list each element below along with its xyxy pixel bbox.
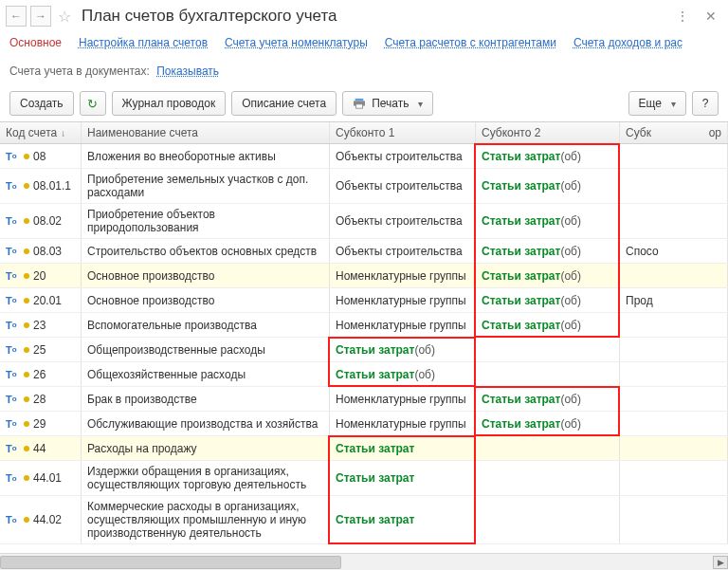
table-row[interactable]: To 26Общехозяйственные расходыСтатьи зат… — [0, 362, 728, 387]
account-description-button[interactable]: Описание счета — [231, 91, 337, 116]
cell-code: To 20.01 — [0, 288, 82, 312]
column-header-name[interactable]: Наименование счета — [82, 122, 330, 143]
ob-suffix: (об) — [560, 269, 581, 283]
column-header-subkonto2[interactable]: Субконто 2 — [476, 122, 620, 143]
cell-name: Общепроизводственные расходы — [82, 338, 330, 361]
journal-button[interactable]: Журнал проводок — [112, 91, 227, 116]
cost-items-label: Статьи затрат — [482, 179, 560, 193]
ob-suffix: (об) — [560, 393, 581, 406]
doc-accounts-show-link[interactable]: Показывать — [156, 64, 219, 78]
table-row[interactable]: To 28Брак в производствеНоменклатурные г… — [0, 387, 728, 412]
cell-subkonto1: Статьи затрат (об) — [330, 362, 476, 386]
nav-forward-button[interactable]: → — [30, 6, 51, 27]
print-button[interactable]: Печать▾ — [342, 91, 433, 116]
scroll-right-arrow[interactable]: ▶ — [713, 556, 728, 569]
cost-items-label: Статьи затрат — [482, 319, 560, 332]
cell-subkonto3 — [620, 412, 728, 435]
cost-items-label: Статьи затрат — [336, 368, 414, 381]
cell-subkonto3 — [620, 338, 728, 361]
cell-name: Брак в производстве — [82, 387, 330, 411]
favorite-star-icon[interactable]: ☆ — [55, 8, 74, 26]
cost-items-label: Статьи затрат — [482, 294, 560, 307]
cell-name: Вспомогательные производства — [82, 313, 330, 337]
more-button[interactable]: Еще▾ — [628, 91, 686, 116]
account-type-icon: To — [6, 180, 19, 192]
cell-name: Издержки обращения в организациях, осуще… — [82, 461, 330, 495]
cell-subkonto3 — [620, 169, 728, 203]
refresh-button[interactable]: ↻ — [80, 91, 106, 116]
cell-subkonto2: Статьи затрат (об) — [476, 204, 620, 238]
account-type-icon: To — [6, 369, 19, 380]
ob-suffix: (об) — [560, 294, 581, 307]
cost-items-label: Статьи затрат — [482, 245, 560, 258]
table-row[interactable]: To 44.01Издержки обращения в организация… — [0, 461, 728, 496]
tab-accounts-counterparties[interactable]: Счета расчетов с контрагентами — [385, 36, 556, 49]
ob-suffix: (об) — [414, 368, 435, 381]
account-type-icon: To — [6, 394, 19, 405]
table-row[interactable]: To 29Обслуживающие производства и хозяйс… — [0, 412, 728, 436]
table-row[interactable]: To 25Общепроизводственные расходыСтатьи … — [0, 338, 728, 362]
status-dot-icon — [24, 517, 29, 523]
cell-code: To 44.02 — [0, 496, 82, 543]
cell-code: To 44.01 — [0, 461, 82, 495]
status-dot-icon — [24, 273, 29, 279]
column-header-subkonto1[interactable]: Субконто 1 — [330, 122, 476, 143]
status-dot-icon — [24, 154, 29, 159]
cell-subkonto1: Статьи затрат — [330, 461, 476, 495]
close-icon[interactable]: ✕ — [700, 9, 722, 24]
cell-subkonto1: Номенклатурные группы — [330, 288, 476, 312]
tab-accounts-income[interactable]: Счета доходов и рас — [573, 36, 682, 49]
cost-items-label: Статьи затрат — [482, 214, 560, 228]
cell-subkonto3: Прод — [620, 288, 728, 312]
cell-subkonto1: Объекты строительства — [330, 204, 476, 238]
cell-code: To 20 — [0, 264, 82, 287]
cell-subkonto3 — [620, 461, 728, 495]
column-header-code[interactable]: Код счета ↓ — [0, 122, 82, 143]
scrollbar-thumb[interactable] — [0, 556, 341, 569]
table-row[interactable]: To 23Вспомогательные производстваНоменкл… — [0, 313, 728, 338]
table-row[interactable]: To 08.02Приобретение объектов природопол… — [0, 204, 728, 239]
help-button[interactable]: ? — [692, 91, 719, 116]
create-button[interactable]: Создать — [9, 91, 74, 116]
status-dot-icon — [24, 372, 29, 377]
table-row[interactable]: To 44.02Коммерческие расходы в организац… — [0, 496, 728, 544]
cell-subkonto2 — [476, 436, 620, 460]
cell-subkonto2: Статьи затрат (об) — [476, 169, 620, 203]
cell-subkonto3 — [620, 264, 728, 287]
account-type-icon: To — [6, 320, 19, 331]
tab-main[interactable]: Основное — [9, 36, 62, 49]
tab-plan-settings[interactable]: Настройка плана счетов — [79, 36, 208, 49]
account-type-icon: To — [6, 443, 19, 454]
horizontal-scrollbar[interactable]: ▶ — [0, 553, 728, 570]
cell-code: To 08.03 — [0, 239, 82, 263]
cell-name: Основное производство — [82, 264, 330, 287]
cost-items-label: Статьи затрат — [482, 393, 560, 406]
cell-subkonto2 — [476, 461, 620, 495]
more-menu-icon[interactable]: ⋮ — [670, 9, 696, 24]
cell-code: To 08.01.1 — [0, 169, 82, 203]
account-type-icon: To — [6, 418, 19, 430]
status-dot-icon — [24, 421, 29, 427]
ob-suffix: (об) — [560, 245, 581, 258]
page-title: План счетов бухгалтерского учета — [78, 7, 666, 26]
status-dot-icon — [24, 475, 29, 481]
cell-subkonto1: Статьи затрат — [330, 496, 476, 543]
cell-name: Приобретение земельных участков с доп. р… — [82, 169, 330, 203]
ob-suffix: (об) — [414, 343, 435, 357]
status-dot-icon — [24, 446, 29, 451]
table-row[interactable]: To 44Расходы на продажуСтатьи затрат — [0, 436, 728, 461]
table-row[interactable]: To 08.03Строительство объектов основных … — [0, 239, 728, 264]
tab-accounts-nomenclature[interactable]: Счета учета номенклатуры — [225, 36, 368, 49]
nav-back-button[interactable]: ← — [6, 6, 27, 27]
table-row[interactable]: To 20Основное производствоНоменклатурные… — [0, 264, 728, 288]
table-row[interactable]: To 08Вложения во внеоборотные активыОбъе… — [0, 144, 728, 169]
table-row[interactable]: To 08.01.1Приобретение земельных участко… — [0, 169, 728, 204]
ob-suffix: (об) — [560, 319, 581, 332]
cell-subkonto1: Объекты строительства — [330, 144, 476, 168]
svg-rect-2 — [356, 104, 363, 108]
table-row[interactable]: To 20.01Основное производствоНоменклатур… — [0, 288, 728, 313]
cell-subkonto1: Статьи затрат — [330, 436, 476, 460]
printer-icon — [353, 98, 366, 109]
column-header-subkonto3[interactable]: Субкор — [620, 122, 728, 143]
cost-items-label: Статьи затрат — [482, 150, 560, 163]
